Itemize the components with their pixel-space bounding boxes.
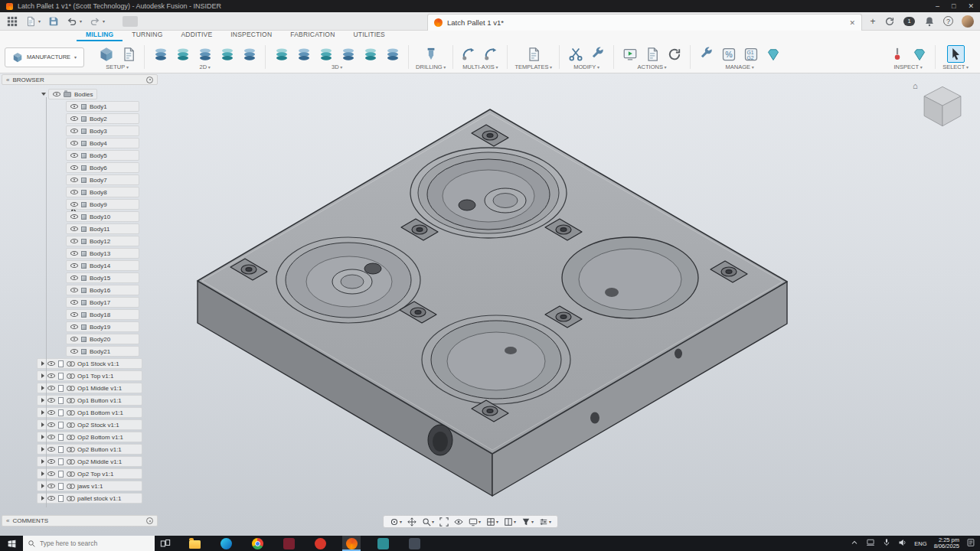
tray-expand-icon[interactable]	[850, 538, 859, 549]
spiral-button[interactable]	[384, 45, 401, 63]
app-grid-icon[interactable]	[6, 15, 18, 27]
tab-utilities[interactable]: UTILITIES	[344, 31, 394, 41]
collapse-chevrons-icon[interactable]: «	[6, 517, 8, 524]
visibility-eye-icon[interactable]	[47, 373, 55, 378]
visibility-eye-icon[interactable]	[70, 288, 78, 292]
face-button[interactable]	[152, 45, 169, 63]
search-input[interactable]	[40, 540, 139, 547]
expand-caret-icon[interactable]	[41, 447, 44, 452]
setup-sheet-button[interactable]	[643, 45, 661, 63]
visibility-eye-icon[interactable]	[70, 227, 78, 231]
steep-shallow-button[interactable]	[361, 45, 379, 63]
bodies-folder-row[interactable]: Bodies	[2, 88, 158, 100]
body-row[interactable]: Body3	[2, 125, 158, 137]
visibility-eye-icon[interactable]	[70, 178, 78, 182]
modify-group-label[interactable]: MODIFY	[573, 64, 599, 70]
taskbar-search[interactable]	[23, 536, 155, 551]
chrome-icon[interactable]	[248, 536, 266, 551]
close-button[interactable]: ✕	[968, 0, 974, 12]
expand-caret-icon[interactable]	[41, 459, 44, 464]
tab-milling[interactable]: MILLING	[77, 31, 122, 41]
visibility-eye-icon[interactable]	[70, 263, 78, 268]
body-row[interactable]: Body11	[2, 223, 158, 235]
tab-fabrication[interactable]: FABRICATION	[281, 31, 344, 41]
component-row[interactable]: Op1 Stock v1:1	[2, 357, 158, 370]
expand-caret-icon[interactable]	[41, 410, 44, 415]
home-view-icon[interactable]: ⌂	[913, 81, 918, 90]
undo-icon[interactable]	[66, 15, 77, 27]
visibility-eye-icon[interactable]	[70, 312, 78, 317]
parallel-button[interactable]	[339, 45, 357, 63]
new-tab-button[interactable]: +	[867, 16, 879, 27]
visibility-eye-icon[interactable]	[47, 496, 55, 500]
user-avatar[interactable]	[962, 15, 974, 28]
feed-speed-button[interactable]: %	[720, 45, 737, 63]
visibility-eye-icon[interactable]	[47, 484, 55, 488]
visibility-eye-icon[interactable]	[70, 239, 78, 243]
save-icon[interactable]	[47, 15, 59, 27]
presence-badge[interactable]: 1	[903, 17, 915, 26]
volume-icon[interactable]	[898, 538, 907, 549]
view-cube-graphic[interactable]	[919, 81, 966, 132]
component-row[interactable]: Op1 Button v1:1	[2, 394, 158, 406]
body-row[interactable]: Body4	[2, 137, 158, 149]
body-row[interactable]: Body7	[2, 174, 158, 186]
taskbar-app-icon[interactable]	[311, 536, 329, 551]
body-row[interactable]: Body20	[2, 333, 158, 345]
2d-group-label[interactable]: 2D	[199, 64, 210, 70]
tool-library-button[interactable]	[697, 45, 715, 63]
fit-icon[interactable]	[439, 517, 449, 527]
maximize-button[interactable]: □	[952, 0, 956, 12]
workspace-selector[interactable]: MANUFACTURE	[5, 47, 84, 67]
body-row[interactable]: Body12	[2, 235, 158, 247]
comments-bar[interactable]: « COMMENTS	[2, 515, 158, 527]
comments-options-icon[interactable]	[146, 517, 153, 524]
pocket2d-button[interactable]	[196, 45, 214, 63]
post-process-button[interactable]	[665, 45, 683, 63]
visibility-eye-icon[interactable]	[47, 398, 55, 403]
visibility-eye-icon[interactable]	[70, 190, 78, 194]
component-row[interactable]: Op1 Bottom v1:1	[2, 406, 158, 419]
action-center-icon[interactable]	[966, 538, 975, 549]
visibility-eye-icon[interactable]	[47, 471, 55, 476]
tab-turning[interactable]: TURNING	[122, 31, 172, 41]
body-row[interactable]: Body15	[2, 272, 158, 284]
component-row[interactable]: Op2 Middle v1:1	[2, 455, 158, 468]
start-button[interactable]	[0, 536, 23, 551]
view-options-icon[interactable]: ▾	[539, 517, 551, 527]
visibility-filter-icon[interactable]: ▾	[521, 517, 534, 527]
taskbar-app-icon[interactable]	[405, 536, 423, 551]
visibility-eye-icon[interactable]	[70, 300, 78, 305]
gcode-button[interactable]: G1G2	[742, 45, 760, 63]
visibility-eye-icon[interactable]	[70, 349, 78, 354]
data-panel-toggle[interactable]	[122, 16, 138, 27]
fusion-taskbar-icon[interactable]	[342, 536, 361, 551]
actions-group-label[interactable]: ACTIONS	[638, 64, 667, 70]
visibility-eye-icon[interactable]	[70, 251, 78, 256]
expand-caret-icon[interactable]	[41, 361, 44, 366]
body-row[interactable]: Body8	[2, 186, 158, 198]
body-row[interactable]: Body17	[2, 296, 158, 308]
component-row[interactable]: Op2 Top v1:1	[2, 468, 158, 480]
body-row[interactable]: Body5	[2, 149, 158, 161]
extensions-icon[interactable]	[884, 15, 895, 27]
edge-icon[interactable]	[217, 536, 235, 551]
manage-group-label[interactable]: MANAGE	[726, 64, 754, 70]
body-row[interactable]: Body21	[2, 345, 158, 357]
body-row[interactable]: Body1	[2, 100, 158, 112]
browser-header[interactable]: « BROWSER	[2, 74, 158, 85]
setup-group-label[interactable]: SETUP	[106, 64, 129, 70]
expand-caret-icon[interactable]	[41, 386, 44, 390]
pan-icon[interactable]	[407, 517, 416, 527]
multiaxis-group-label[interactable]: MULTI-AXIS	[462, 64, 498, 70]
visibility-eye-icon[interactable]	[70, 202, 78, 207]
visibility-eye-icon[interactable]	[70, 337, 78, 341]
file-explorer-icon[interactable]	[185, 536, 204, 551]
new-setup-button[interactable]	[97, 45, 115, 63]
collapse-chevrons-icon[interactable]: «	[6, 77, 8, 83]
component-row[interactable]: jaws v1:1	[2, 480, 158, 492]
visibility-eye-icon[interactable]	[47, 422, 55, 427]
visibility-eye-icon[interactable]	[47, 410, 55, 415]
visibility-eye-icon[interactable]	[47, 447, 55, 452]
visibility-eye-icon[interactable]	[70, 214, 78, 219]
